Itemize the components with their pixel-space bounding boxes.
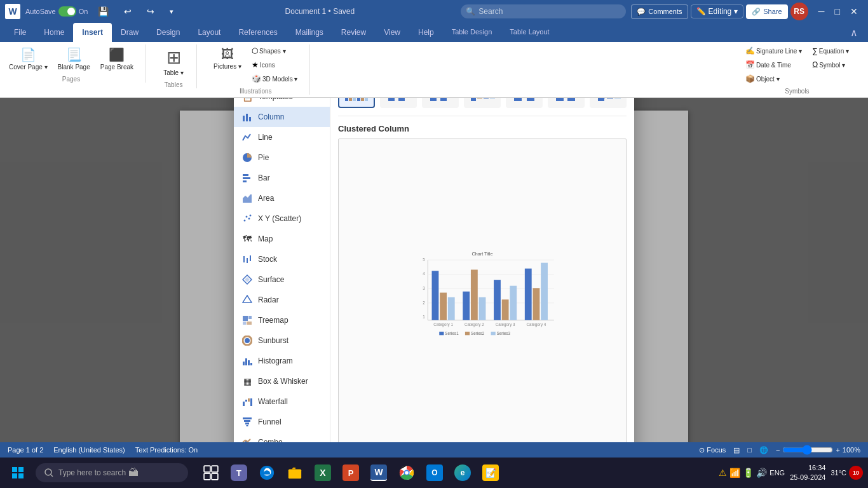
svg-rect-72 (598, 98, 604, 101)
ribbon-item-shapes[interactable]: ⬡ Shapes ▾ (248, 44, 302, 57)
share-button[interactable]: 🔗 Share (746, 4, 787, 19)
autosave-toggle[interactable] (58, 6, 76, 17)
powerpoint-app-icon[interactable]: P (338, 460, 363, 485)
customize-button[interactable]: ▾ (165, 5, 179, 18)
chart-subtype-stacked-column[interactable] (380, 98, 417, 108)
chart-type-column[interactable]: Column (234, 107, 330, 127)
surface-chart-icon (241, 274, 253, 285)
task-view-button[interactable] (198, 460, 224, 485)
zoom-in-button[interactable]: + (836, 446, 839, 454)
svg-rect-58 (477, 98, 482, 98)
histogram-chart-icon (241, 355, 253, 367)
ribbon-item-pictures[interactable]: 🖼 Pictures ▾ (210, 44, 245, 72)
undo-button[interactable]: ↩ (119, 4, 137, 19)
network-icon[interactable]: 📶 (729, 468, 740, 478)
svg-rect-28 (243, 402, 245, 406)
sticky-notes-icon[interactable]: 📝 (478, 460, 503, 485)
ribbon-item-cover-page[interactable]: 📄 Cover Page ▾ (5, 44, 51, 73)
file-explorer-icon[interactable] (282, 460, 308, 485)
edge-browser-icon[interactable] (254, 460, 280, 485)
tab-references[interactable]: References (229, 23, 286, 42)
chart-types-panel: ↺ Recent 📋 Templates Column (234, 98, 330, 442)
volume-icon[interactable]: 🔊 (756, 468, 767, 478)
chart-type-sunburst[interactable]: Sunburst (234, 330, 330, 351)
focus-mode[interactable]: ⊙ Focus (699, 446, 726, 454)
minimize-button[interactable]: ─ (813, 4, 830, 19)
ribbon-item-blank-page[interactable]: 📃 Blank Page (54, 44, 94, 73)
editing-button[interactable]: ✏️ Editing ▾ (691, 4, 744, 18)
chrome-browser-icon[interactable] (394, 460, 419, 485)
user-avatar[interactable]: RS (790, 3, 808, 20)
view-web[interactable]: 🌐 (759, 446, 768, 454)
ribbon-item-table[interactable]: ⊞ Table ▾ (158, 44, 189, 79)
start-button[interactable] (5, 460, 31, 485)
zoom-slider[interactable] (782, 445, 833, 455)
chart-type-combo[interactable]: Combo (234, 432, 330, 443)
chart-subtype-3d-stacked-column[interactable] (506, 98, 543, 108)
chart-type-pie[interactable]: Pie (234, 147, 330, 168)
chart-type-area[interactable]: Area (234, 188, 330, 208)
zoom-out-button[interactable]: − (776, 446, 780, 454)
ribbon-item-equation[interactable]: ∑ Equation ▾ (808, 44, 853, 57)
search-input[interactable] (461, 4, 626, 18)
tab-table-design[interactable]: Table Design (443, 23, 501, 42)
collapse-ribbon-button[interactable]: ∧ (845, 23, 863, 42)
tab-insert[interactable]: Insert (73, 23, 112, 42)
chart-type-radar[interactable]: Radar (234, 290, 330, 310)
chart-type-map[interactable]: 🗺 Map (234, 229, 330, 249)
chart-subtype-100-stacked-column[interactable] (422, 98, 459, 108)
chart-type-line[interactable]: Line (234, 127, 330, 147)
comments-button[interactable]: 💬 Comments (631, 4, 688, 19)
zoom-level: 100% (843, 446, 860, 454)
tab-mailings[interactable]: Mailings (287, 23, 332, 42)
chart-type-bar[interactable]: Bar (234, 168, 330, 188)
view-normal[interactable]: ▤ (733, 446, 740, 454)
ribbon-item-symbol[interactable]: Ω Symbol ▾ (808, 58, 853, 71)
tab-file[interactable]: File (5, 23, 35, 42)
chart-type-histogram[interactable]: Histogram (234, 351, 330, 371)
icons-icon: ★ (252, 60, 259, 69)
tab-layout[interactable]: Layout (189, 23, 229, 42)
chart-type-xy-scatter[interactable]: X Y (Scatter) (234, 208, 330, 229)
tab-help[interactable]: Help (409, 23, 443, 42)
chart-type-templates[interactable]: 📋 Templates (234, 98, 330, 107)
view-print[interactable]: □ (747, 446, 752, 454)
tab-home[interactable]: Home (35, 23, 73, 42)
svg-rect-61 (514, 98, 522, 101)
chart-subtype-3d-clustered-column[interactable] (464, 98, 501, 108)
chart-type-stock[interactable]: Stock (234, 249, 330, 269)
ribbon-item-icons[interactable]: ★ Icons (248, 58, 302, 71)
notification-badge[interactable]: 10 (849, 466, 863, 480)
outlook-app-icon[interactable]: O (422, 460, 447, 485)
ribbon-tabs: File Home Insert Draw Design Layout Refe… (0, 23, 868, 42)
tab-draw[interactable]: Draw (112, 23, 147, 42)
tab-view[interactable]: View (375, 23, 409, 42)
chart-type-waterfall[interactable]: Waterfall (234, 391, 330, 412)
excel-app-icon[interactable]: X (310, 460, 336, 485)
tab-table-layout[interactable]: Table Layout (501, 23, 558, 42)
chart-subtype-3d-column[interactable] (590, 98, 627, 108)
chart-type-surface[interactable]: Surface (234, 269, 330, 290)
word-app-icon[interactable]: W (366, 460, 391, 485)
save-button[interactable]: 💾 (93, 4, 114, 19)
chart-subtype-3d-100-stacked-column[interactable] (548, 98, 585, 108)
chart-type-treemap[interactable]: Treemap (234, 310, 330, 330)
chart-type-box-whisker[interactable]: ▦ Box & Whisker (234, 371, 330, 391)
maximize-button[interactable]: □ (830, 4, 845, 19)
ribbon-item-page-break[interactable]: ⬛ Page Break (97, 44, 137, 73)
ribbon-item-date-time[interactable]: 📅 Date & Time (742, 58, 806, 71)
taskbar: Type here to search 🏔 T X P W O (0, 458, 868, 488)
ribbon-item-signature-line[interactable]: ✍ Signature Line ▾ (742, 44, 806, 57)
taskbar-search-bar[interactable]: Type here to search 🏔 (36, 463, 188, 482)
ribbon-item-object[interactable]: 📦 Object ▾ (742, 72, 806, 85)
teams-app-icon[interactable]: T (226, 460, 252, 485)
tab-review[interactable]: Review (332, 23, 375, 42)
edge-alt-icon[interactable]: e (450, 460, 475, 485)
tab-design[interactable]: Design (147, 23, 189, 42)
svg-rect-56 (471, 98, 476, 101)
close-button[interactable]: ✕ (845, 4, 863, 19)
chart-type-funnel[interactable]: Funnel (234, 412, 330, 432)
redo-button[interactable]: ↪ (142, 4, 159, 19)
ribbon-item-3d-models[interactable]: 🎲 3D Models ▾ (248, 72, 302, 85)
chart-subtype-clustered-column[interactable] (338, 98, 375, 108)
